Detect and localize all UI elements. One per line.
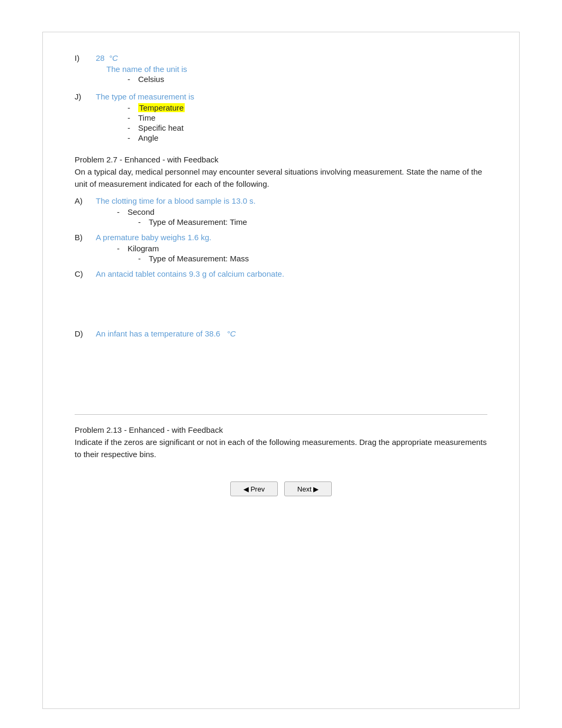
- item-D-question: An infant has a temperature of 38.6 °C: [96, 329, 236, 338]
- item-B-answer: Kilogram: [128, 244, 159, 253]
- dash-B2: -: [138, 254, 149, 263]
- dash-icon-j3: -: [128, 123, 138, 132]
- section-J: J) The type of measurement is - Temperat…: [75, 92, 487, 142]
- section-I-answer: Celsius: [138, 75, 164, 84]
- problem-213-title: Problem 2.13 - Enhanced - with Feedback: [75, 425, 487, 434]
- item-A-question: The clotting time for a blood sample is …: [96, 196, 256, 205]
- section-I-sub-label: The name of the unit is: [106, 65, 187, 74]
- section-I-value: 28 °C: [96, 53, 118, 62]
- item-A-sub-answer: Type of Measurement: Time: [149, 217, 247, 226]
- problem-213: Problem 2.13 - Enhanced - with Feedback …: [75, 425, 487, 460]
- section-I: I) 28 °C The name of the unit is - Celsi…: [75, 53, 487, 84]
- bottom-navigation: ◀ Prev Next ▶: [75, 481, 487, 496]
- item-C-label: C): [75, 269, 96, 278]
- problem-27-item-C: C) An antacid tablet contains 9.3 g of c…: [75, 269, 487, 323]
- prev-button[interactable]: ◀ Prev: [230, 481, 278, 496]
- problem-27: Problem 2.7 - Enhanced - with Feedback O…: [75, 155, 487, 404]
- section-J-answer-3: Specific heat: [138, 123, 184, 132]
- dash-icon-j1: -: [128, 103, 138, 112]
- dash-A2: -: [138, 217, 149, 226]
- problem-27-desc: On a typical day, medical personnel may …: [75, 166, 487, 190]
- item-C-question: An antacid tablet contains 9.3 g of calc…: [96, 269, 284, 278]
- problem-213-desc: Indicate if the zeros are significant or…: [75, 436, 487, 460]
- section-J-answer-1: Temperature: [138, 103, 185, 112]
- divider: [75, 414, 487, 415]
- section-J-answer-2: Time: [138, 113, 156, 122]
- item-A-label: A): [75, 196, 96, 205]
- item-B-label: B): [75, 233, 96, 242]
- section-J-question: The type of measurement is: [96, 92, 194, 101]
- problem-27-item-B: B) A premature baby weighs 1.6 kg. - Kil…: [75, 233, 487, 263]
- section-I-label: I): [75, 53, 96, 62]
- item-D-label: D): [75, 329, 96, 338]
- item-B-sub-answer: Type of Measurement: Mass: [149, 254, 249, 263]
- item-A-answer: Second: [128, 207, 155, 216]
- dash-icon-j2: -: [128, 113, 138, 122]
- problem-27-item-A: A) The clotting time for a blood sample …: [75, 196, 487, 226]
- dash-A1: -: [117, 207, 128, 216]
- problem-27-title: Problem 2.7 - Enhanced - with Feedback: [75, 155, 487, 164]
- item-B-question: A premature baby weighs 1.6 kg.: [96, 233, 211, 242]
- section-J-label: J): [75, 92, 96, 101]
- dash-icon-j4: -: [128, 133, 138, 142]
- next-button[interactable]: Next ▶: [284, 481, 332, 496]
- problem-27-item-D: D) An infant has a temperature of 38.6 °…: [75, 329, 487, 404]
- section-J-answer-4: Angle: [138, 133, 158, 142]
- dash-icon: -: [128, 75, 138, 84]
- dash-B1: -: [117, 244, 128, 253]
